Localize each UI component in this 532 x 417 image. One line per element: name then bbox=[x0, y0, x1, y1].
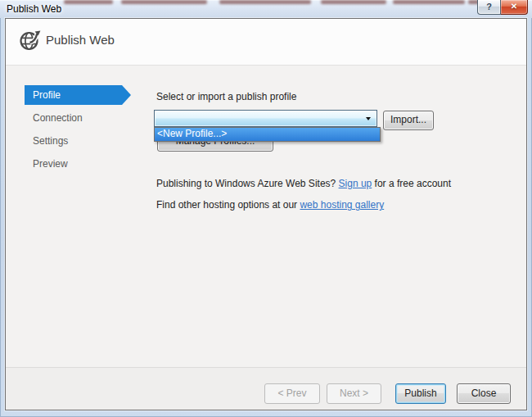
screenshot-root: Publish Web ? ✕ Publish Web bbox=[0, 0, 532, 417]
sidebar-item-label: Settings bbox=[33, 135, 68, 147]
window-title: Publish Web bbox=[7, 3, 61, 15]
chevron-down-icon bbox=[366, 117, 371, 120]
web-hosting-gallery-link[interactable]: web hosting gallery bbox=[300, 199, 384, 211]
azure-signup-line: Publishing to Windows Azure Web Sites? S… bbox=[156, 178, 451, 189]
publish-web-dialog: Publish Web Profile Connection Settings … bbox=[5, 18, 527, 410]
hosting-gallery-line: Find other hosting options at our web ho… bbox=[156, 199, 384, 211]
sidebar-item-connection[interactable]: Connection bbox=[33, 111, 83, 125]
sign-up-link[interactable]: Sign up bbox=[339, 178, 372, 189]
close-window-button[interactable]: ✕ bbox=[501, 0, 528, 15]
globe-publish-icon bbox=[18, 28, 44, 54]
azure-text-before: Publishing to Windows Azure Web Sites? bbox=[156, 178, 339, 189]
sidebar-item-label: Connection bbox=[33, 112, 83, 124]
azure-text-after: for a free account bbox=[372, 178, 451, 189]
publish-button[interactable]: Publish bbox=[395, 383, 446, 404]
select-profile-label: Select or import a publish profile bbox=[156, 91, 296, 102]
profile-dropdown-list: <New Profile...> bbox=[154, 127, 381, 142]
dialog-header: Publish Web bbox=[6, 19, 526, 66]
help-icon: ? bbox=[486, 2, 492, 11]
close-button[interactable]: Close bbox=[457, 383, 511, 404]
prev-button[interactable]: < Prev bbox=[264, 383, 320, 404]
import-button[interactable]: Import... bbox=[383, 111, 434, 130]
sidebar-item-label: Profile bbox=[33, 89, 61, 101]
publish-profile-dropdown[interactable] bbox=[154, 110, 377, 127]
title-bar[interactable]: Publish Web ? ✕ bbox=[0, 0, 532, 18]
page-title: Publish Web bbox=[46, 33, 115, 47]
sidebar-item-label: Preview bbox=[33, 158, 68, 170]
close-icon: ✕ bbox=[511, 2, 517, 11]
sidebar-item-preview[interactable]: Preview bbox=[33, 157, 68, 170]
sidebar-item-profile[interactable]: Profile bbox=[25, 85, 131, 105]
caption-buttons: ? ✕ bbox=[477, 0, 528, 15]
help-button[interactable]: ? bbox=[477, 0, 501, 15]
next-button[interactable]: Next > bbox=[327, 383, 381, 404]
new-profile-option[interactable]: <New Profile...> bbox=[155, 128, 380, 141]
sidebar-item-settings[interactable]: Settings bbox=[33, 134, 68, 147]
gallery-text-before: Find other hosting options at our bbox=[156, 199, 300, 211]
